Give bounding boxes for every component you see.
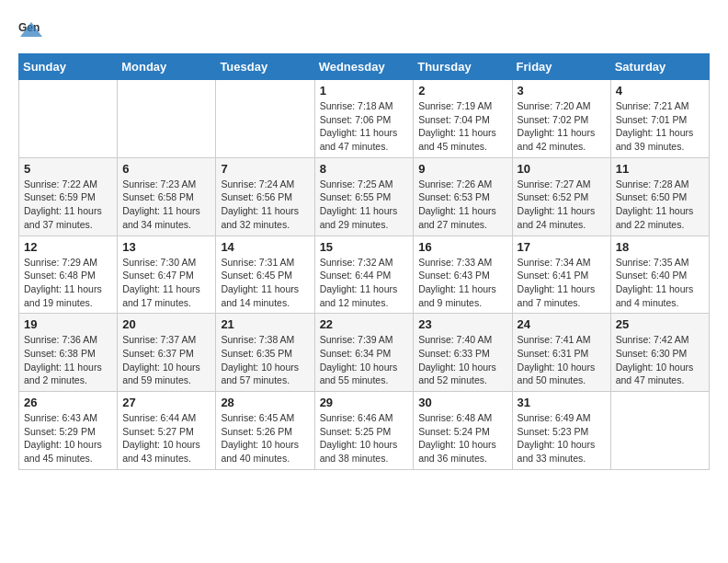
calendar-cell: 28Sunrise: 6:45 AMSunset: 5:26 PMDayligh… (216, 392, 314, 470)
day-number: 7 (221, 162, 309, 176)
calendar-cell: 20Sunrise: 7:37 AMSunset: 6:37 PMDayligh… (118, 314, 216, 392)
calendar-cell (19, 80, 118, 158)
calendar-cell: 31Sunrise: 6:49 AMSunset: 5:23 PMDayligh… (512, 392, 610, 470)
calendar-week-row: 1Sunrise: 7:18 AMSunset: 7:06 PMDaylight… (19, 80, 710, 158)
calendar-cell: 4Sunrise: 7:21 AMSunset: 7:01 PMDaylight… (610, 80, 709, 158)
calendar-cell: 21Sunrise: 7:38 AMSunset: 6:35 PMDayligh… (216, 314, 314, 392)
day-number: 16 (418, 240, 506, 254)
day-number: 17 (518, 240, 606, 254)
day-info: Sunrise: 7:25 AMSunset: 6:55 PMDaylight:… (320, 178, 409, 232)
day-info: Sunrise: 6:49 AMSunset: 5:23 PMDaylight:… (518, 411, 606, 465)
day-info: Sunrise: 7:24 AMSunset: 6:56 PMDaylight:… (221, 178, 309, 232)
calendar-cell: 27Sunrise: 6:44 AMSunset: 5:27 PMDayligh… (118, 392, 216, 470)
calendar-cell: 17Sunrise: 7:34 AMSunset: 6:41 PMDayligh… (512, 236, 610, 314)
day-info: Sunrise: 7:18 AMSunset: 7:06 PMDaylight:… (320, 99, 409, 154)
day-number: 3 (518, 84, 606, 98)
day-number: 29 (320, 396, 409, 409)
day-number: 20 (122, 317, 210, 331)
calendar-cell (216, 80, 314, 158)
calendar-cell: 23Sunrise: 7:40 AMSunset: 6:33 PMDayligh… (414, 314, 512, 392)
calendar-cell: 8Sunrise: 7:25 AMSunset: 6:55 PMDaylight… (314, 157, 414, 236)
day-number: 12 (24, 240, 112, 254)
day-number: 6 (122, 162, 210, 176)
day-number: 27 (122, 396, 210, 409)
calendar-cell: 22Sunrise: 7:39 AMSunset: 6:34 PMDayligh… (314, 314, 414, 392)
day-number: 13 (122, 240, 210, 254)
day-number: 30 (418, 396, 506, 409)
weekday-header-monday: Monday (118, 54, 216, 80)
day-number: 24 (518, 317, 606, 331)
day-info: Sunrise: 7:19 AMSunset: 7:04 PMDaylight:… (418, 99, 506, 154)
calendar-cell: 5Sunrise: 7:22 AMSunset: 6:59 PMDaylight… (19, 157, 118, 236)
calendar-cell: 24Sunrise: 7:41 AMSunset: 6:31 PMDayligh… (512, 314, 610, 392)
day-info: Sunrise: 7:31 AMSunset: 6:45 PMDaylight:… (221, 256, 309, 310)
day-info: Sunrise: 6:48 AMSunset: 5:24 PMDaylight:… (418, 411, 506, 465)
calendar-cell: 2Sunrise: 7:19 AMSunset: 7:04 PMDaylight… (414, 80, 512, 158)
day-number: 11 (616, 162, 704, 176)
weekday-header-saturday: Saturday (610, 54, 709, 80)
logo: Gen (18, 18, 48, 44)
weekday-header-tuesday: Tuesday (216, 54, 314, 80)
weekday-header-wednesday: Wednesday (314, 54, 414, 80)
calendar-cell (118, 80, 216, 158)
calendar-cell: 18Sunrise: 7:35 AMSunset: 6:40 PMDayligh… (610, 236, 709, 314)
calendar-cell: 19Sunrise: 7:36 AMSunset: 6:38 PMDayligh… (19, 314, 118, 392)
calendar-cell: 26Sunrise: 6:43 AMSunset: 5:29 PMDayligh… (19, 392, 118, 470)
day-number: 15 (320, 240, 409, 254)
day-number: 28 (221, 396, 309, 409)
day-info: Sunrise: 6:46 AMSunset: 5:25 PMDaylight:… (320, 411, 409, 465)
day-number: 2 (418, 84, 506, 98)
calendar-cell: 15Sunrise: 7:32 AMSunset: 6:44 PMDayligh… (314, 236, 414, 314)
day-number: 5 (24, 162, 112, 176)
day-number: 4 (616, 84, 704, 98)
day-info: Sunrise: 7:26 AMSunset: 6:53 PMDaylight:… (418, 178, 506, 232)
day-number: 31 (518, 396, 606, 409)
calendar-cell: 11Sunrise: 7:28 AMSunset: 6:50 PMDayligh… (610, 157, 709, 236)
day-info: Sunrise: 7:23 AMSunset: 6:58 PMDaylight:… (122, 178, 210, 232)
day-info: Sunrise: 7:39 AMSunset: 6:34 PMDaylight:… (320, 333, 409, 387)
day-number: 19 (24, 317, 112, 331)
calendar-cell: 30Sunrise: 6:48 AMSunset: 5:24 PMDayligh… (414, 392, 512, 470)
day-info: Sunrise: 7:20 AMSunset: 7:02 PMDaylight:… (518, 99, 606, 154)
day-number: 14 (221, 240, 309, 254)
day-info: Sunrise: 7:34 AMSunset: 6:41 PMDaylight:… (518, 256, 606, 310)
page-header: Gen (18, 18, 710, 44)
day-number: 8 (320, 162, 409, 176)
day-info: Sunrise: 7:30 AMSunset: 6:47 PMDaylight:… (122, 256, 210, 310)
calendar-cell: 1Sunrise: 7:18 AMSunset: 7:06 PMDaylight… (314, 80, 414, 158)
day-info: Sunrise: 7:22 AMSunset: 6:59 PMDaylight:… (24, 178, 112, 232)
day-info: Sunrise: 6:45 AMSunset: 5:26 PMDaylight:… (221, 411, 309, 465)
calendar-cell: 14Sunrise: 7:31 AMSunset: 6:45 PMDayligh… (216, 236, 314, 314)
calendar-cell: 12Sunrise: 7:29 AMSunset: 6:48 PMDayligh… (19, 236, 118, 314)
day-number: 25 (616, 317, 704, 331)
day-info: Sunrise: 7:33 AMSunset: 6:43 PMDaylight:… (418, 256, 506, 310)
weekday-header-friday: Friday (512, 54, 610, 80)
calendar-week-row: 12Sunrise: 7:29 AMSunset: 6:48 PMDayligh… (19, 236, 710, 314)
day-info: Sunrise: 7:32 AMSunset: 6:44 PMDaylight:… (320, 256, 409, 310)
logo-icon: Gen (18, 18, 44, 44)
calendar-cell: 25Sunrise: 7:42 AMSunset: 6:30 PMDayligh… (610, 314, 709, 392)
day-info: Sunrise: 7:36 AMSunset: 6:38 PMDaylight:… (24, 333, 112, 387)
calendar-week-row: 26Sunrise: 6:43 AMSunset: 5:29 PMDayligh… (19, 392, 710, 470)
day-info: Sunrise: 7:38 AMSunset: 6:35 PMDaylight:… (221, 333, 309, 387)
day-info: Sunrise: 6:44 AMSunset: 5:27 PMDaylight:… (122, 411, 210, 465)
day-number: 10 (518, 162, 606, 176)
day-number: 1 (320, 84, 409, 98)
day-number: 9 (418, 162, 506, 176)
day-info: Sunrise: 7:35 AMSunset: 6:40 PMDaylight:… (616, 256, 704, 310)
calendar-cell (610, 392, 709, 470)
day-number: 18 (616, 240, 704, 254)
calendar-cell: 7Sunrise: 7:24 AMSunset: 6:56 PMDaylight… (216, 157, 314, 236)
day-number: 23 (418, 317, 506, 331)
calendar-cell: 10Sunrise: 7:27 AMSunset: 6:52 PMDayligh… (512, 157, 610, 236)
calendar-cell: 13Sunrise: 7:30 AMSunset: 6:47 PMDayligh… (118, 236, 216, 314)
day-info: Sunrise: 7:21 AMSunset: 7:01 PMDaylight:… (616, 99, 704, 154)
day-info: Sunrise: 7:29 AMSunset: 6:48 PMDaylight:… (24, 256, 112, 310)
day-info: Sunrise: 7:27 AMSunset: 6:52 PMDaylight:… (518, 178, 606, 232)
calendar-week-row: 19Sunrise: 7:36 AMSunset: 6:38 PMDayligh… (19, 314, 710, 392)
day-info: Sunrise: 6:43 AMSunset: 5:29 PMDaylight:… (24, 411, 112, 465)
calendar-cell: 9Sunrise: 7:26 AMSunset: 6:53 PMDaylight… (414, 157, 512, 236)
day-number: 21 (221, 317, 309, 331)
calendar-cell: 3Sunrise: 7:20 AMSunset: 7:02 PMDaylight… (512, 80, 610, 158)
calendar-cell: 16Sunrise: 7:33 AMSunset: 6:43 PMDayligh… (414, 236, 512, 314)
